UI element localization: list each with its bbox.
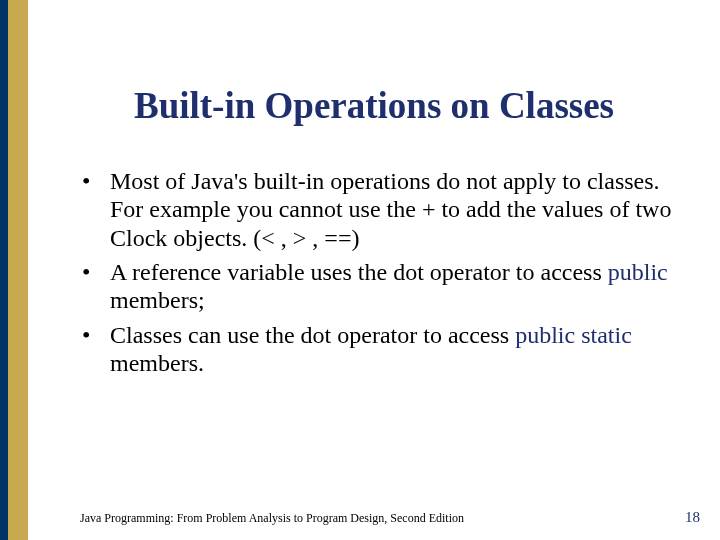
keyword: public: [608, 259, 668, 285]
bullet-item: Most of Java's built-in operations do no…: [82, 167, 680, 252]
bullet-text: Most of Java's built-in operations do no…: [110, 168, 671, 251]
keyword: public static: [515, 322, 632, 348]
stripe-gold: [8, 0, 28, 540]
bullet-text: Classes can use the dot operator to acce…: [110, 322, 515, 348]
bullet-text: members.: [110, 350, 204, 376]
stripe-blue: [0, 0, 8, 540]
bullet-text: A reference variable uses the dot operat…: [110, 259, 608, 285]
slide-title: Built-in Operations on Classes: [28, 84, 720, 127]
page-number: 18: [685, 509, 700, 526]
bullet-text: members;: [110, 287, 205, 313]
slide-body: Built-in Operations on Classes Most of J…: [28, 0, 720, 540]
footer: Java Programming: From Problem Analysis …: [28, 509, 720, 526]
footer-text: Java Programming: From Problem Analysis …: [80, 511, 464, 526]
bullet-item: Classes can use the dot operator to acce…: [82, 321, 680, 378]
bullet-list: Most of Java's built-in operations do no…: [28, 167, 720, 377]
bullet-item: A reference variable uses the dot operat…: [82, 258, 680, 315]
sidebar-stripe: [0, 0, 28, 540]
